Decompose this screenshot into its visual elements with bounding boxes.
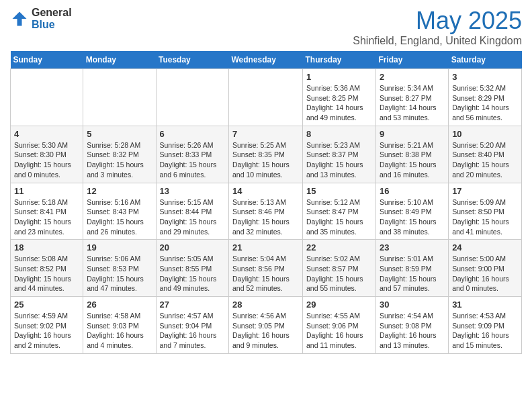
sunrise: Sunrise: 4:59 AM (14, 312, 68, 320)
daylight: Daylight: 14 hours and 53 minutes. (380, 103, 437, 122)
sunset: Sunset: 8:33 PM (160, 150, 212, 158)
sunset: Sunset: 8:27 PM (380, 94, 432, 102)
day-info: Sunrise: 5:23 AM Sunset: 8:37 PM Dayligh… (306, 140, 372, 180)
sunset: Sunset: 8:37 PM (306, 150, 359, 158)
daylight: Daylight: 15 hours and 41 minutes. (452, 218, 509, 236)
daylight: Daylight: 15 hours and 6 minutes. (160, 161, 217, 179)
header-day-tuesday: Tuesday (156, 51, 229, 69)
day-number: 10 (452, 129, 518, 139)
daylight: Daylight: 14 hours and 56 minutes. (452, 103, 509, 122)
day-cell: 8 Sunrise: 5:23 AM Sunset: 8:37 PM Dayli… (302, 126, 375, 183)
sunrise: Sunrise: 5:21 AM (380, 141, 433, 149)
sunset: Sunset: 8:40 PM (452, 150, 504, 158)
day-cell (229, 69, 303, 126)
logo-icon (10, 9, 29, 28)
sunrise: Sunrise: 5:30 AM (14, 141, 68, 149)
day-info: Sunrise: 5:32 AM Sunset: 8:29 PM Dayligh… (452, 83, 518, 123)
header-day-thursday: Thursday (302, 51, 375, 69)
day-info: Sunrise: 5:02 AM Sunset: 8:57 PM Dayligh… (306, 254, 372, 293)
sunset: Sunset: 8:25 PM (306, 94, 359, 102)
daylight: Daylight: 15 hours and 52 minutes. (232, 275, 290, 293)
daylight: Daylight: 16 hours and 7 minutes. (160, 331, 217, 349)
sunset: Sunset: 8:41 PM (14, 208, 66, 216)
day-info: Sunrise: 5:10 AM Sunset: 8:49 PM Dayligh… (380, 197, 445, 237)
sunset: Sunset: 8:38 PM (380, 150, 432, 158)
day-cell: 26 Sunrise: 4:58 AM Sunset: 9:03 PM Dayl… (83, 297, 156, 354)
day-number: 13 (160, 186, 226, 196)
day-info: Sunrise: 5:21 AM Sunset: 8:38 PM Dayligh… (380, 140, 445, 180)
daylight: Daylight: 15 hours and 47 minutes. (87, 275, 144, 293)
day-info: Sunrise: 5:36 AM Sunset: 8:25 PM Dayligh… (306, 83, 372, 123)
day-cell: 14 Sunrise: 5:13 AM Sunset: 8:46 PM Dayl… (229, 183, 303, 240)
day-cell: 30 Sunrise: 4:54 AM Sunset: 9:08 PM Dayl… (375, 297, 448, 354)
sunset: Sunset: 8:52 PM (14, 265, 66, 273)
day-cell: 11 Sunrise: 5:18 AM Sunset: 8:41 PM Dayl… (11, 183, 83, 240)
week-row-0: 1 Sunrise: 5:36 AM Sunset: 8:25 PM Dayli… (11, 69, 522, 126)
daylight: Daylight: 15 hours and 13 minutes. (306, 161, 363, 179)
header-day-saturday: Saturday (449, 51, 522, 69)
day-cell: 5 Sunrise: 5:28 AM Sunset: 8:32 PM Dayli… (83, 126, 156, 183)
day-cell: 28 Sunrise: 4:56 AM Sunset: 9:05 PM Dayl… (229, 297, 303, 354)
daylight: Daylight: 15 hours and 49 minutes. (160, 275, 217, 293)
day-info: Sunrise: 5:28 AM Sunset: 8:32 PM Dayligh… (87, 140, 152, 180)
day-info: Sunrise: 5:13 AM Sunset: 8:46 PM Dayligh… (232, 197, 299, 237)
day-cell: 25 Sunrise: 4:59 AM Sunset: 9:02 PM Dayl… (11, 297, 83, 354)
day-cell: 23 Sunrise: 5:01 AM Sunset: 8:59 PM Dayl… (375, 240, 448, 297)
day-cell (83, 69, 156, 126)
sunset: Sunset: 8:44 PM (160, 208, 212, 216)
day-cell: 29 Sunrise: 4:55 AM Sunset: 9:06 PM Dayl… (302, 297, 375, 354)
day-info: Sunrise: 5:30 AM Sunset: 8:30 PM Dayligh… (14, 140, 79, 180)
sunrise: Sunrise: 5:05 AM (160, 255, 214, 263)
day-info: Sunrise: 4:55 AM Sunset: 9:06 PM Dayligh… (306, 311, 372, 351)
day-cell: 2 Sunrise: 5:34 AM Sunset: 8:27 PM Dayli… (375, 69, 448, 126)
daylight: Daylight: 15 hours and 3 minutes. (87, 161, 144, 179)
sunrise: Sunrise: 5:18 AM (14, 198, 68, 206)
day-info: Sunrise: 5:25 AM Sunset: 8:35 PM Dayligh… (232, 140, 299, 180)
day-info: Sunrise: 5:16 AM Sunset: 8:43 PM Dayligh… (87, 197, 152, 237)
daylight: Daylight: 15 hours and 35 minutes. (306, 218, 363, 236)
header-day-monday: Monday (83, 51, 156, 69)
sunset: Sunset: 8:57 PM (306, 265, 359, 273)
sunset: Sunset: 8:55 PM (160, 265, 212, 273)
day-cell: 15 Sunrise: 5:12 AM Sunset: 8:47 PM Dayl… (302, 183, 375, 240)
daylight: Daylight: 15 hours and 55 minutes. (306, 275, 363, 293)
daylight: Daylight: 16 hours and 15 minutes. (452, 331, 509, 349)
day-cell: 13 Sunrise: 5:15 AM Sunset: 8:44 PM Dayl… (156, 183, 229, 240)
day-number: 7 (232, 129, 299, 139)
header-day-wednesday: Wednesday (229, 51, 303, 69)
sunrise: Sunrise: 5:02 AM (306, 255, 360, 263)
sunset: Sunset: 8:49 PM (380, 208, 432, 216)
day-cell: 6 Sunrise: 5:26 AM Sunset: 8:33 PM Dayli… (156, 126, 229, 183)
day-info: Sunrise: 5:01 AM Sunset: 8:59 PM Dayligh… (380, 254, 445, 293)
daylight: Daylight: 15 hours and 16 minutes. (380, 161, 437, 179)
week-row-2: 11 Sunrise: 5:18 AM Sunset: 8:41 PM Dayl… (11, 183, 522, 240)
sunrise: Sunrise: 5:13 AM (232, 198, 286, 206)
sunrise: Sunrise: 5:20 AM (452, 141, 506, 149)
daylight: Daylight: 15 hours and 57 minutes. (380, 275, 437, 293)
day-number: 16 (380, 186, 445, 196)
sunrise: Sunrise: 4:53 AM (452, 312, 506, 320)
logo-text: General Blue (32, 7, 72, 31)
day-info: Sunrise: 5:18 AM Sunset: 8:41 PM Dayligh… (14, 197, 79, 237)
day-info: Sunrise: 4:54 AM Sunset: 9:08 PM Dayligh… (380, 311, 445, 351)
sunset: Sunset: 8:59 PM (380, 265, 432, 273)
day-info: Sunrise: 5:04 AM Sunset: 8:56 PM Dayligh… (232, 254, 299, 293)
daylight: Daylight: 16 hours and 13 minutes. (380, 331, 437, 349)
sunset: Sunset: 8:29 PM (452, 94, 504, 102)
sunrise: Sunrise: 5:36 AM (306, 84, 360, 92)
day-number: 4 (14, 129, 79, 139)
day-number: 3 (452, 72, 518, 82)
sunrise: Sunrise: 5:09 AM (452, 198, 506, 206)
day-number: 15 (306, 186, 372, 196)
sunrise: Sunrise: 5:25 AM (232, 141, 286, 149)
sunrise: Sunrise: 5:10 AM (380, 198, 433, 206)
week-row-4: 25 Sunrise: 4:59 AM Sunset: 9:02 PM Dayl… (11, 297, 522, 354)
day-number: 19 (87, 242, 152, 253)
sunset: Sunset: 9:04 PM (160, 322, 212, 330)
header-day-friday: Friday (375, 51, 448, 69)
day-cell: 9 Sunrise: 5:21 AM Sunset: 8:38 PM Dayli… (375, 126, 448, 183)
sunrise: Sunrise: 5:23 AM (306, 141, 360, 149)
day-number: 12 (87, 186, 152, 196)
sunset: Sunset: 8:53 PM (87, 265, 139, 273)
day-info: Sunrise: 5:26 AM Sunset: 8:33 PM Dayligh… (160, 140, 226, 180)
